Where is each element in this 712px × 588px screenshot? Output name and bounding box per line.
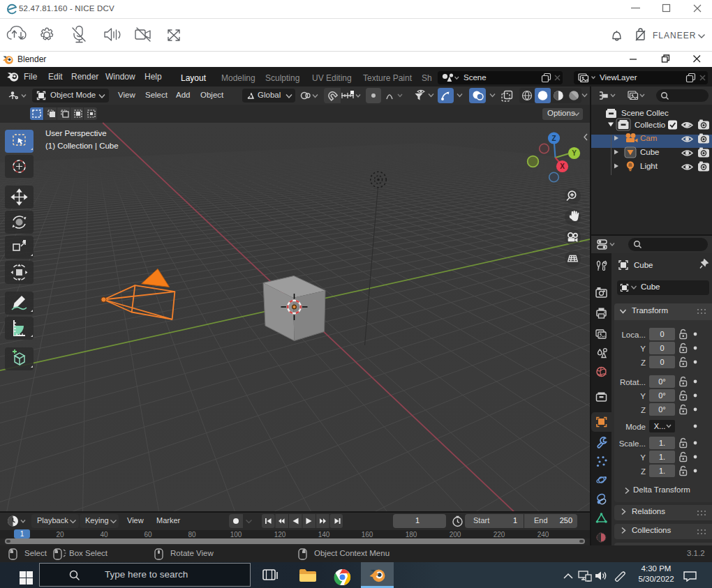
svg-text:140: 140	[318, 531, 330, 538]
svg-text:240: 240	[537, 531, 549, 538]
svg-text:Z: Z	[641, 359, 646, 367]
svg-text:Y: Y	[640, 345, 646, 353]
svg-text:Y: Y	[640, 453, 646, 462]
svg-text:160: 160	[362, 531, 373, 538]
svg-text:Z: Z	[641, 406, 646, 414]
svg-text:0: 0	[660, 358, 664, 366]
svg-text:60: 60	[144, 531, 152, 538]
svg-text:Rotat...: Rotat...	[620, 378, 646, 386]
svg-text:0°: 0°	[658, 405, 666, 414]
svg-text:1.: 1.	[659, 453, 665, 461]
svg-text:180: 180	[406, 531, 417, 538]
svg-text:X...: X...	[654, 422, 666, 430]
svg-text:Mode: Mode	[625, 423, 646, 431]
svg-text:Cube: Cube	[640, 148, 660, 156]
svg-text:Scene Collec: Scene Collec	[621, 109, 669, 117]
svg-text:0: 0	[660, 344, 664, 352]
svg-text:Y: Y	[640, 392, 646, 400]
svg-text:1.: 1.	[659, 467, 665, 475]
svg-text:120: 120	[274, 531, 286, 538]
svg-text:100: 100	[230, 531, 242, 538]
svg-text:Loca...: Loca...	[621, 331, 646, 339]
svg-text:80: 80	[188, 531, 196, 538]
svg-text:0: 0	[660, 330, 664, 338]
svg-text:1.: 1.	[659, 439, 665, 447]
svg-text:0°: 0°	[658, 377, 666, 386]
svg-text:40: 40	[100, 531, 108, 538]
svg-text:Collectio: Collectio	[635, 121, 665, 129]
svg-text:Z: Z	[641, 467, 646, 476]
svg-text:Scale...: Scale...	[619, 439, 646, 448]
svg-text:0°: 0°	[658, 391, 666, 400]
svg-text:220: 220	[494, 531, 505, 538]
svg-text:Cam: Cam	[640, 134, 657, 142]
svg-text:200: 200	[450, 531, 461, 538]
svg-text:Light: Light	[640, 162, 658, 170]
svg-text:20: 20	[56, 531, 64, 538]
